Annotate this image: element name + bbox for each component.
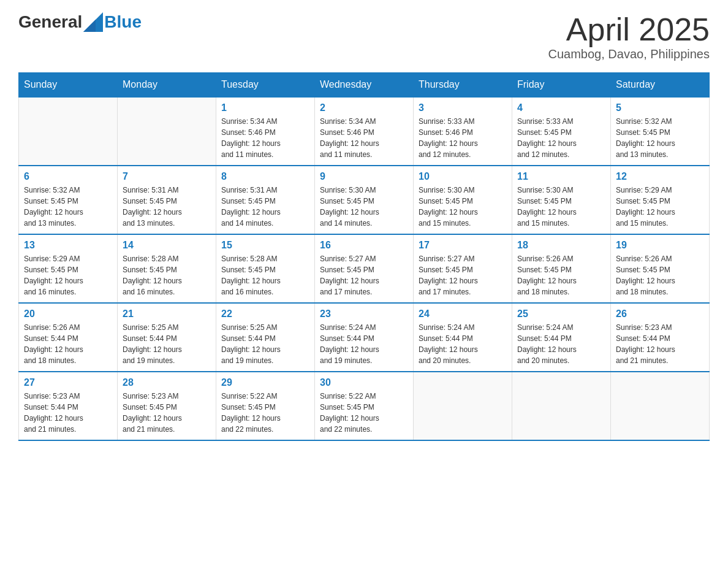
day-number: 28: [123, 377, 211, 388]
calendar-cell: 26Sunrise: 5:23 AMSunset: 5:44 PMDayligh…: [611, 303, 710, 372]
day-number: 5: [616, 102, 704, 113]
calendar-cell: 20Sunrise: 5:26 AMSunset: 5:44 PMDayligh…: [19, 303, 118, 372]
calendar-cell: 22Sunrise: 5:25 AMSunset: 5:44 PMDayligh…: [216, 303, 315, 372]
calendar-cell: [611, 372, 710, 440]
calendar-cell: 13Sunrise: 5:29 AMSunset: 5:45 PMDayligh…: [19, 234, 118, 303]
day-number: 16: [320, 240, 408, 251]
day-info: Sunrise: 5:25 AMSunset: 5:44 PMDaylight:…: [221, 322, 309, 366]
day-number: 26: [616, 308, 704, 320]
day-of-week-header: Sunday: [19, 73, 118, 98]
calendar-cell: 23Sunrise: 5:24 AMSunset: 5:44 PMDayligh…: [315, 303, 414, 372]
day-info: Sunrise: 5:22 AMSunset: 5:45 PMDaylight:…: [320, 391, 408, 435]
calendar-cell: [414, 372, 512, 440]
title-section: April 2025 Cuambog, Davao, Philippines: [548, 12, 710, 61]
calendar-week-row: 6Sunrise: 5:32 AMSunset: 5:45 PMDaylight…: [19, 166, 710, 234]
day-of-week-header: Saturday: [611, 73, 710, 98]
day-info: Sunrise: 5:33 AMSunset: 5:46 PMDaylight:…: [419, 116, 507, 160]
day-of-week-header: Friday: [512, 73, 611, 98]
logo-icon: [83, 12, 103, 32]
page-title: April 2025: [548, 12, 710, 47]
calendar-cell: 2Sunrise: 5:34 AMSunset: 5:46 PMDaylight…: [315, 97, 414, 166]
day-number: 17: [419, 240, 507, 251]
day-number: 3: [419, 102, 507, 113]
day-info: Sunrise: 5:31 AMSunset: 5:45 PMDaylight:…: [221, 185, 309, 229]
day-number: 22: [221, 308, 309, 320]
day-number: 24: [419, 308, 507, 320]
day-number: 7: [123, 171, 211, 182]
calendar-cell: 5Sunrise: 5:32 AMSunset: 5:45 PMDaylight…: [611, 97, 710, 166]
day-info: Sunrise: 5:34 AMSunset: 5:46 PMDaylight:…: [221, 116, 309, 160]
calendar-cell: 12Sunrise: 5:29 AMSunset: 5:45 PMDayligh…: [611, 166, 710, 234]
day-info: Sunrise: 5:27 AMSunset: 5:45 PMDaylight:…: [419, 253, 507, 297]
day-info: Sunrise: 5:25 AMSunset: 5:44 PMDaylight:…: [123, 322, 211, 366]
logo-text-blue: Blue: [104, 12, 142, 32]
day-number: 6: [24, 171, 112, 182]
calendar-cell: [118, 97, 216, 166]
day-info: Sunrise: 5:29 AMSunset: 5:45 PMDaylight:…: [24, 253, 112, 297]
day-number: 29: [221, 377, 309, 388]
day-info: Sunrise: 5:26 AMSunset: 5:45 PMDaylight:…: [517, 253, 605, 297]
calendar-cell: [19, 97, 118, 166]
day-number: 27: [24, 377, 112, 388]
day-number: 18: [517, 240, 605, 251]
day-info: Sunrise: 5:22 AMSunset: 5:45 PMDaylight:…: [221, 391, 309, 435]
day-info: Sunrise: 5:30 AMSunset: 5:45 PMDaylight:…: [320, 185, 408, 229]
logo: General Blue: [18, 12, 142, 32]
svg-marker-1: [83, 20, 96, 32]
day-info: Sunrise: 5:32 AMSunset: 5:45 PMDaylight:…: [616, 116, 704, 160]
day-number: 19: [616, 240, 704, 251]
day-info: Sunrise: 5:31 AMSunset: 5:45 PMDaylight:…: [123, 185, 211, 229]
day-info: Sunrise: 5:30 AMSunset: 5:45 PMDaylight:…: [517, 185, 605, 229]
day-number: 23: [320, 308, 408, 320]
day-info: Sunrise: 5:23 AMSunset: 5:45 PMDaylight:…: [123, 391, 211, 435]
day-info: Sunrise: 5:26 AMSunset: 5:45 PMDaylight:…: [616, 253, 704, 297]
calendar-cell: 21Sunrise: 5:25 AMSunset: 5:44 PMDayligh…: [118, 303, 216, 372]
page-header: General Blue April 2025 Cuambog, Davao, …: [18, 12, 710, 61]
calendar-header-row: SundayMondayTuesdayWednesdayThursdayFrid…: [19, 73, 710, 98]
day-number: 14: [123, 240, 211, 251]
calendar-cell: 10Sunrise: 5:30 AMSunset: 5:45 PMDayligh…: [414, 166, 512, 234]
calendar-cell: 28Sunrise: 5:23 AMSunset: 5:45 PMDayligh…: [118, 372, 216, 440]
day-info: Sunrise: 5:24 AMSunset: 5:44 PMDaylight:…: [517, 322, 605, 366]
day-number: 8: [221, 171, 309, 182]
calendar-cell: 4Sunrise: 5:33 AMSunset: 5:45 PMDaylight…: [512, 97, 611, 166]
logo-text-general: General: [18, 12, 82, 32]
calendar-week-row: 27Sunrise: 5:23 AMSunset: 5:44 PMDayligh…: [19, 372, 710, 440]
day-info: Sunrise: 5:29 AMSunset: 5:45 PMDaylight:…: [616, 185, 704, 229]
calendar-cell: 24Sunrise: 5:24 AMSunset: 5:44 PMDayligh…: [414, 303, 512, 372]
calendar-cell: 14Sunrise: 5:28 AMSunset: 5:45 PMDayligh…: [118, 234, 216, 303]
day-info: Sunrise: 5:28 AMSunset: 5:45 PMDaylight:…: [123, 253, 211, 297]
day-of-week-header: Wednesday: [315, 73, 414, 98]
calendar-cell: 27Sunrise: 5:23 AMSunset: 5:44 PMDayligh…: [19, 372, 118, 440]
day-info: Sunrise: 5:24 AMSunset: 5:44 PMDaylight:…: [419, 322, 507, 366]
day-number: 1: [221, 102, 309, 113]
calendar-cell: 1Sunrise: 5:34 AMSunset: 5:46 PMDaylight…: [216, 97, 315, 166]
calendar-cell: 9Sunrise: 5:30 AMSunset: 5:45 PMDaylight…: [315, 166, 414, 234]
day-info: Sunrise: 5:34 AMSunset: 5:46 PMDaylight:…: [320, 116, 408, 160]
calendar-cell: 11Sunrise: 5:30 AMSunset: 5:45 PMDayligh…: [512, 166, 611, 234]
calendar-cell: 19Sunrise: 5:26 AMSunset: 5:45 PMDayligh…: [611, 234, 710, 303]
day-number: 10: [419, 171, 507, 182]
day-number: 13: [24, 240, 112, 251]
day-info: Sunrise: 5:28 AMSunset: 5:45 PMDaylight:…: [221, 253, 309, 297]
day-info: Sunrise: 5:27 AMSunset: 5:45 PMDaylight:…: [320, 253, 408, 297]
day-number: 12: [616, 171, 704, 182]
calendar-cell: [512, 372, 611, 440]
calendar-cell: 8Sunrise: 5:31 AMSunset: 5:45 PMDaylight…: [216, 166, 315, 234]
day-number: 11: [517, 171, 605, 182]
calendar-cell: 3Sunrise: 5:33 AMSunset: 5:46 PMDaylight…: [414, 97, 512, 166]
day-of-week-header: Tuesday: [216, 73, 315, 98]
calendar-cell: 15Sunrise: 5:28 AMSunset: 5:45 PMDayligh…: [216, 234, 315, 303]
calendar-week-row: 13Sunrise: 5:29 AMSunset: 5:45 PMDayligh…: [19, 234, 710, 303]
calendar-cell: 17Sunrise: 5:27 AMSunset: 5:45 PMDayligh…: [414, 234, 512, 303]
calendar-cell: 16Sunrise: 5:27 AMSunset: 5:45 PMDayligh…: [315, 234, 414, 303]
day-number: 20: [24, 308, 112, 320]
calendar-cell: 6Sunrise: 5:32 AMSunset: 5:45 PMDaylight…: [19, 166, 118, 234]
day-info: Sunrise: 5:23 AMSunset: 5:44 PMDaylight:…: [616, 322, 704, 366]
day-info: Sunrise: 5:30 AMSunset: 5:45 PMDaylight:…: [419, 185, 507, 229]
day-of-week-header: Thursday: [414, 73, 512, 98]
day-info: Sunrise: 5:26 AMSunset: 5:44 PMDaylight:…: [24, 322, 112, 366]
calendar-cell: 25Sunrise: 5:24 AMSunset: 5:44 PMDayligh…: [512, 303, 611, 372]
page-subtitle: Cuambog, Davao, Philippines: [548, 47, 710, 61]
day-number: 9: [320, 171, 408, 182]
